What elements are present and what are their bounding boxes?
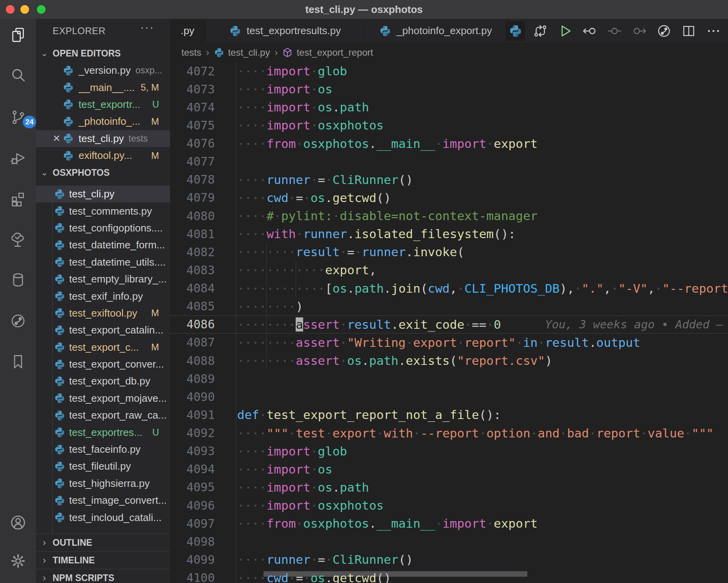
code-line[interactable]: 4085········)	[170, 297, 728, 315]
file-tree-item[interactable]: test_datetime_form...	[36, 237, 170, 253]
open-editor-item[interactable]: __main__....5, M	[36, 79, 170, 96]
code-line[interactable]: 4073····import·os	[170, 80, 728, 98]
code-line[interactable]: 4090	[170, 388, 728, 406]
file-tree-item[interactable]: test_export_conver...	[36, 356, 170, 373]
open-editor-item[interactable]: ✕test_cli.pytests	[36, 130, 170, 147]
file-tree-item[interactable]: test_exiftool.pyM	[36, 305, 170, 322]
editor-tab[interactable]: test_exportresults.py	[205, 19, 365, 43]
explorer-icon[interactable]	[9, 26, 27, 44]
file-tree-item[interactable]: test_cli.py	[36, 186, 170, 202]
file-tree-item[interactable]: test_faceinfo.py	[36, 441, 170, 458]
code-line[interactable]: 4099····runner·=·CliRunner()	[170, 550, 728, 568]
editor-tab[interactable]: _photoinfo_export.py	[365, 19, 507, 43]
source-control-icon[interactable]: 24	[9, 109, 27, 126]
account-icon[interactable]	[9, 514, 27, 531]
python-interpreter-button[interactable]	[503, 19, 528, 43]
gitlens-graph-icon[interactable]	[651, 19, 676, 43]
step-over-icon[interactable]	[602, 19, 627, 43]
file-tree-item[interactable]: test_highsierra.py	[36, 475, 170, 492]
test-tree-icon[interactable]	[9, 231, 27, 248]
npm-scripts-section-header[interactable]: › NPM SCRIPTS	[36, 569, 170, 583]
file-tree-item[interactable]: test_datetime_utils....	[36, 254, 170, 271]
code-line[interactable]: 4084············[os.path.join(cwd,·CLI_P…	[170, 279, 728, 297]
file-name-label: test_fileutil.py	[69, 460, 131, 472]
file-tree-item[interactable]: test_exif_info.py	[36, 288, 170, 304]
file-tree-item[interactable]: test_empty_library_...	[36, 271, 170, 288]
git-status-badge: U	[152, 99, 159, 110]
file-tree-item[interactable]: test_exportres...U	[36, 424, 170, 441]
file-tree-item[interactable]: test_export_c...M	[36, 339, 170, 356]
file-tree-item[interactable]: test_export_raw_ca...	[36, 407, 170, 424]
timeline-section-header[interactable]: › TIMELINE	[36, 551, 170, 569]
code-line[interactable]: 4086········assert·result.exit_code·==·0…	[170, 315, 728, 333]
symbol-cube-icon	[282, 47, 293, 58]
python-file-icon	[54, 222, 65, 233]
search-icon[interactable]	[9, 67, 27, 84]
explorer-more-actions-icon[interactable]: ···	[140, 20, 154, 34]
code-line[interactable]: 4079····cwd·=·os.getcwd()	[170, 189, 728, 207]
code-line[interactable]: 4083············export,	[170, 261, 728, 279]
file-tree-item[interactable]: test_incloud_catali...	[36, 509, 170, 526]
code-line[interactable]: 4078····runner·=·CliRunner()	[170, 171, 728, 189]
code-line[interactable]: 4095····import·os.path	[170, 478, 728, 496]
code-line[interactable]: 4098	[170, 532, 728, 550]
code-line[interactable]: 4100····cwd·=·os.getcwd()	[170, 569, 728, 583]
file-tree-item[interactable]: test_export_db.py	[36, 373, 170, 390]
folder-section-header[interactable]: ⌄ OSXPHOTOS	[36, 164, 170, 181]
code-line[interactable]: 4093····import·glob	[170, 442, 728, 460]
bookmark-icon[interactable]	[9, 353, 27, 370]
file-tree-item[interactable]: test_comments.py	[36, 202, 170, 219]
file-tree-item[interactable]: test_fileutil.py	[36, 458, 170, 475]
extensions-icon[interactable]	[9, 190, 27, 208]
code-line[interactable]: 4075····import·osxphotos	[170, 116, 728, 134]
code-line[interactable]: 4077	[170, 153, 728, 171]
code-line[interactable]: 4087········assert·"Writing·export·repor…	[170, 333, 728, 352]
code-line[interactable]: 4088········assert·os.path.exists("repor…	[170, 352, 728, 370]
editor-tab[interactable]: .py	[170, 19, 205, 43]
code-line[interactable]: 4097····from·osxphotos.__main__·import·e…	[170, 514, 728, 532]
python-icon	[54, 478, 65, 489]
file-tree-item[interactable]: test_image_convert...	[36, 492, 170, 509]
line-number: 4099	[170, 553, 236, 567]
split-editor-icon[interactable]	[676, 19, 701, 43]
run-debug-icon[interactable]	[9, 149, 27, 167]
open-editor-item[interactable]: _version.pyosxp...	[36, 62, 170, 79]
more-actions-icon[interactable]	[701, 19, 726, 43]
chevron-right-icon: ›	[36, 572, 53, 583]
file-tree-item[interactable]: test_export_catalin...	[36, 322, 170, 339]
settings-gear-icon[interactable]	[9, 552, 27, 570]
gitlens-icon[interactable]	[9, 312, 27, 330]
code-line[interactable]: 4072····import·glob	[170, 62, 728, 80]
open-editor-item[interactable]: exiftool.py...M	[36, 147, 170, 164]
open-editors-section-header[interactable]: ⌄ OPEN EDITORS	[36, 45, 170, 62]
open-editor-item[interactable]: test_exportr...U	[36, 96, 170, 113]
python-icon	[54, 308, 65, 319]
line-number: 4083	[170, 263, 236, 277]
code-editor[interactable]: 4072····import·glob4073····import·os4074…	[170, 62, 728, 583]
run-python-file-icon[interactable]	[552, 19, 577, 43]
close-icon[interactable]: ✕	[51, 133, 62, 144]
code-line[interactable]: 4080····#·pylint:·disable=not-context-ma…	[170, 207, 728, 225]
outline-section-header[interactable]: › OUTLINE	[36, 534, 170, 551]
database-icon[interactable]	[9, 271, 27, 289]
file-tree-item[interactable]: test_export_mojave...	[36, 390, 170, 407]
python-icon	[509, 24, 522, 38]
file-tree-item[interactable]: test_configoptions....	[36, 220, 170, 237]
code-line[interactable]: 4081····with·runner.isolated_filesystem(…	[170, 225, 728, 243]
code-line[interactable]: 4074····import·os.path	[170, 98, 728, 116]
breadcrumb-file[interactable]: test_cli.py	[214, 47, 270, 58]
line-number: 4078	[170, 173, 236, 186]
breadcrumb-tests[interactable]: tests	[181, 47, 201, 58]
code-line[interactable]: 4091def·test_export_report_not_a_file():	[170, 406, 728, 424]
code-line[interactable]: 4082········result·=·runner.invoke(	[170, 243, 728, 261]
code-line[interactable]: 4094····import·os	[170, 460, 728, 478]
open-changes-icon[interactable]	[528, 19, 552, 43]
code-line[interactable]: 4092····"""·test·export·with·--report·op…	[170, 424, 728, 442]
breadcrumb-symbol[interactable]: test_export_report	[282, 47, 373, 58]
step-forward-icon[interactable]	[627, 19, 651, 43]
open-editor-item[interactable]: _photoinfo_...M	[36, 113, 170, 130]
code-line[interactable]: 4096····import·osxphotos	[170, 496, 728, 514]
step-back-icon[interactable]	[577, 19, 602, 43]
code-line[interactable]: 4076····from·osxphotos.__main__·import·e…	[170, 135, 728, 153]
code-line[interactable]: 4089	[170, 370, 728, 388]
